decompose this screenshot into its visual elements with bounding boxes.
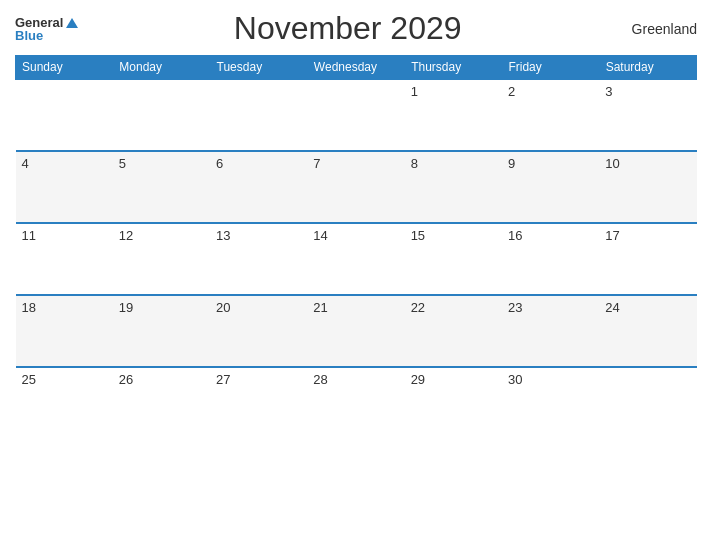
calendar-cell: 25 xyxy=(16,367,113,439)
day-number: 24 xyxy=(605,300,619,315)
calendar-cell: 13 xyxy=(210,223,307,295)
day-number: 10 xyxy=(605,156,619,171)
logo-triangle-icon xyxy=(66,18,78,28)
day-number: 29 xyxy=(411,372,425,387)
calendar-cell xyxy=(307,79,404,151)
day-number: 16 xyxy=(508,228,522,243)
calendar-cell xyxy=(210,79,307,151)
day-number: 2 xyxy=(508,84,515,99)
day-number: 19 xyxy=(119,300,133,315)
day-number: 30 xyxy=(508,372,522,387)
calendar-cell: 8 xyxy=(405,151,502,223)
day-number: 3 xyxy=(605,84,612,99)
calendar-cell: 4 xyxy=(16,151,113,223)
day-number: 23 xyxy=(508,300,522,315)
calendar-cell: 29 xyxy=(405,367,502,439)
calendar-cell: 26 xyxy=(113,367,210,439)
calendar-cell: 24 xyxy=(599,295,696,367)
day-number: 14 xyxy=(313,228,327,243)
calendar-week-row: 45678910 xyxy=(16,151,697,223)
day-number: 28 xyxy=(313,372,327,387)
header-thursday: Thursday xyxy=(405,56,502,80)
calendar-cell: 5 xyxy=(113,151,210,223)
day-number: 25 xyxy=(22,372,36,387)
calendar-week-row: 123 xyxy=(16,79,697,151)
calendar-cell: 2 xyxy=(502,79,599,151)
calendar-cell: 28 xyxy=(307,367,404,439)
day-number: 27 xyxy=(216,372,230,387)
calendar-cell: 9 xyxy=(502,151,599,223)
day-number: 6 xyxy=(216,156,223,171)
calendar-cell: 7 xyxy=(307,151,404,223)
header-sunday: Sunday xyxy=(16,56,113,80)
logo-general-text: General xyxy=(15,16,78,29)
header-friday: Friday xyxy=(502,56,599,80)
calendar-container: General Blue November 2029 Greenland Sun… xyxy=(0,0,712,550)
calendar-cell: 12 xyxy=(113,223,210,295)
calendar-cell: 16 xyxy=(502,223,599,295)
calendar-cell xyxy=(113,79,210,151)
region-label: Greenland xyxy=(617,21,697,37)
calendar-cell: 1 xyxy=(405,79,502,151)
calendar-cell: 3 xyxy=(599,79,696,151)
logo: General Blue xyxy=(15,16,78,42)
calendar-grid: Sunday Monday Tuesday Wednesday Thursday… xyxy=(15,55,697,439)
day-number: 13 xyxy=(216,228,230,243)
day-number: 15 xyxy=(411,228,425,243)
calendar-cell: 18 xyxy=(16,295,113,367)
logo-blue-text: Blue xyxy=(15,29,43,42)
day-number: 18 xyxy=(22,300,36,315)
calendar-cell: 27 xyxy=(210,367,307,439)
month-title: November 2029 xyxy=(78,10,617,47)
calendar-cell: 20 xyxy=(210,295,307,367)
calendar-cell: 19 xyxy=(113,295,210,367)
calendar-cell: 22 xyxy=(405,295,502,367)
day-number: 5 xyxy=(119,156,126,171)
day-number: 20 xyxy=(216,300,230,315)
calendar-week-row: 18192021222324 xyxy=(16,295,697,367)
calendar-cell: 14 xyxy=(307,223,404,295)
calendar-cell xyxy=(599,367,696,439)
day-number: 17 xyxy=(605,228,619,243)
calendar-week-row: 252627282930 xyxy=(16,367,697,439)
day-number: 4 xyxy=(22,156,29,171)
day-number: 7 xyxy=(313,156,320,171)
calendar-week-row: 11121314151617 xyxy=(16,223,697,295)
day-number: 11 xyxy=(22,228,36,243)
calendar-cell: 30 xyxy=(502,367,599,439)
header-wednesday: Wednesday xyxy=(307,56,404,80)
day-number: 21 xyxy=(313,300,327,315)
weekday-header-row: Sunday Monday Tuesday Wednesday Thursday… xyxy=(16,56,697,80)
day-number: 9 xyxy=(508,156,515,171)
header-monday: Monday xyxy=(113,56,210,80)
calendar-cell: 21 xyxy=(307,295,404,367)
header-tuesday: Tuesday xyxy=(210,56,307,80)
day-number: 1 xyxy=(411,84,418,99)
calendar-header: General Blue November 2029 Greenland xyxy=(15,10,697,47)
calendar-cell: 11 xyxy=(16,223,113,295)
day-number: 26 xyxy=(119,372,133,387)
calendar-cell: 23 xyxy=(502,295,599,367)
calendar-cell xyxy=(16,79,113,151)
day-number: 22 xyxy=(411,300,425,315)
day-number: 8 xyxy=(411,156,418,171)
calendar-cell: 6 xyxy=(210,151,307,223)
calendar-cell: 17 xyxy=(599,223,696,295)
calendar-cell: 15 xyxy=(405,223,502,295)
calendar-cell: 10 xyxy=(599,151,696,223)
header-saturday: Saturday xyxy=(599,56,696,80)
day-number: 12 xyxy=(119,228,133,243)
